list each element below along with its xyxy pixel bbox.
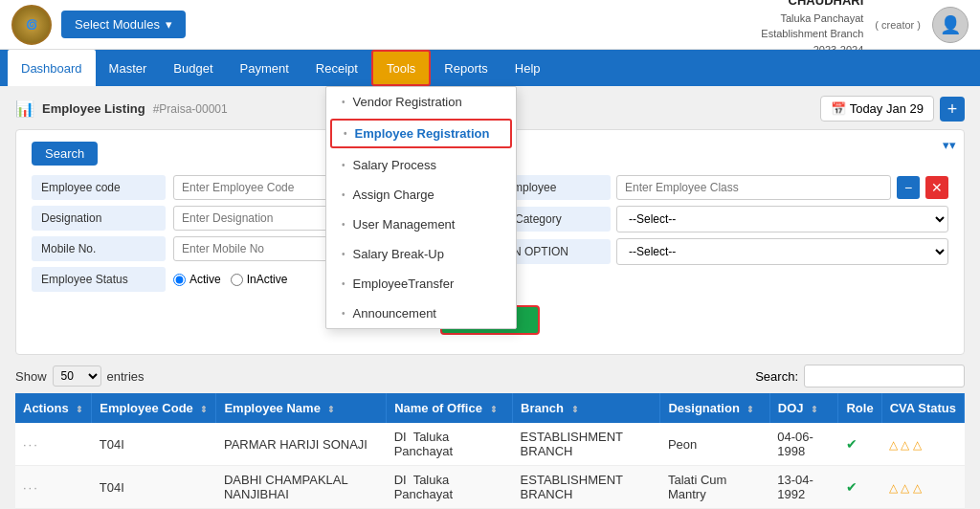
row-branch: ESTABLISHMENT BRANCH	[513, 423, 660, 466]
user-branch: Establishment Branch	[761, 26, 863, 42]
minus-button[interactable]: −	[897, 176, 920, 199]
nav-master[interactable]: Master	[96, 50, 161, 86]
bullet-icon: •	[342, 189, 345, 200]
bullet-icon: •	[342, 97, 345, 107]
active-radio[interactable]	[173, 274, 186, 286]
row-doj: 13-04-1992	[769, 466, 838, 509]
top-header: 🌀 Select Modules ▾ CHAUDHARI Taluka Panc…	[0, 0, 980, 50]
row-cva: △ △ △	[881, 466, 964, 509]
dropdown-announcement[interactable]: • Announcement	[326, 299, 516, 328]
search-label-button[interactable]: Search	[32, 142, 98, 166]
row-branch: ESTABLISHMENT BRANCH	[513, 466, 660, 509]
panel-toggle[interactable]: ▾▾	[943, 138, 956, 152]
calendar-icon: 📅	[831, 101, 846, 116]
col-designation: Designation ⇕	[660, 393, 769, 423]
nav-help[interactable]: Help	[501, 50, 554, 86]
employee-code-label: Employee code	[32, 175, 166, 200]
row-cva: △ △ △	[881, 423, 964, 466]
dropdown-vendor-registration[interactable]: • Vendor Registration	[326, 87, 516, 117]
page-sub-id: #Praisa-00001	[153, 102, 228, 116]
row-emp-name: DABHI CHAMPAKLAL NANJIBHAI	[216, 466, 387, 509]
dropdown-assign-charge[interactable]: • Assign Charge	[326, 180, 516, 210]
table-search-box: Search:	[755, 365, 965, 387]
user-info: CHAUDHARI Taluka Panchayat Establishment…	[761, 0, 863, 57]
col-office: Name of Office ⇕	[387, 393, 513, 423]
col-role: Role	[838, 393, 881, 423]
employee-status-label: Employee Status	[32, 267, 166, 292]
nav-receipt[interactable]: Receipt	[302, 50, 371, 86]
title-actions: 📅 Today Jan 29 +	[820, 96, 965, 122]
nav-tools[interactable]: Tools	[371, 50, 431, 86]
logo: 🌀	[11, 5, 52, 45]
add-button[interactable]: +	[940, 97, 965, 122]
col-branch: Branch ⇕	[513, 393, 660, 423]
select-modules-button[interactable]: Select Modules ▾	[61, 11, 186, 38]
nav-dashboard[interactable]: Dashboard	[8, 50, 96, 86]
designation-label: Designation	[32, 206, 166, 231]
show-entries: Show 50 25 100 entries	[15, 365, 145, 387]
nav-budget[interactable]: Budget	[160, 50, 226, 86]
chevron-down-icon: ▾	[166, 17, 172, 32]
avatar: 👤	[932, 7, 969, 43]
date-button[interactable]: 📅 Today Jan 29	[820, 96, 934, 122]
table-row: ··· T04I DABHI CHAMPAKLAL NANJIBHAI DI T…	[15, 466, 965, 509]
bullet-icon: •	[342, 160, 345, 170]
nav-payment[interactable]: Payment	[227, 50, 302, 86]
dropdown-employee-transfer[interactable]: • EmployeeTransfer	[326, 269, 516, 299]
employee-class-input[interactable]	[616, 175, 891, 200]
table-row: ··· T04I PARMAR HARIJI SONAJI DI Taluka …	[15, 423, 965, 466]
bullet-icon: •	[342, 278, 345, 289]
user-name: CHAUDHARI	[761, 0, 863, 11]
bullet-icon: •	[342, 249, 345, 259]
dropdown-salary-process[interactable]: • Salary Process	[326, 150, 516, 180]
select-modules-label: Select Modules	[75, 17, 160, 32]
nav-bar: Dashboard Master Budget Payment Receipt …	[0, 50, 980, 86]
entries-select[interactable]: 50 25 100	[53, 365, 101, 387]
user-org: Taluka Panchayat	[761, 11, 863, 27]
table-search-input[interactable]	[804, 365, 965, 387]
col-actions: Actions ⇕	[15, 393, 92, 423]
row-emp-code: T04I	[92, 466, 216, 509]
row-actions: ···	[15, 466, 92, 509]
row-doj: 04-06-1998	[769, 423, 838, 466]
dropdown-salary-breakup[interactable]: • Salary Break-Up	[326, 239, 516, 269]
table-header-row: Actions ⇕ Employee Code ⇕ Employee Name …	[15, 393, 965, 423]
col-emp-code: Employee Code ⇕	[92, 393, 216, 423]
close-button[interactable]: ✕	[925, 176, 948, 199]
inactive-radio[interactable]	[231, 274, 243, 286]
date-label: Today Jan 29	[850, 101, 924, 116]
data-table: Actions ⇕ Employee Code ⇕ Employee Name …	[15, 393, 965, 509]
row-role: ✔	[838, 423, 881, 466]
tools-dropdown: • Vendor Registration • Employee Registr…	[325, 86, 517, 329]
row-role: ✔	[838, 466, 881, 509]
mobile-label: Mobile No.	[32, 236, 166, 261]
bullet-icon: •	[342, 308, 345, 319]
chart-icon: 📊	[15, 100, 34, 118]
nav-reports[interactable]: Reports	[431, 50, 501, 86]
creator-badge: ( creator )	[875, 19, 921, 31]
col-cva: CVA Status	[881, 393, 964, 423]
col-emp-name: Employee Name ⇕	[216, 393, 387, 423]
row-office: DI Taluka Panchayat	[387, 466, 513, 509]
dropdown-user-management[interactable]: • User Management	[326, 210, 516, 239]
bullet-icon: •	[342, 219, 345, 230]
header-right: CHAUDHARI Taluka Panchayat Establishment…	[761, 0, 969, 57]
option-select[interactable]: --Select--	[616, 238, 948, 265]
category-select[interactable]: --Select--	[616, 206, 948, 232]
search-right-col: Employee − ✕ e Category --Select-- AN OP…	[496, 175, 948, 298]
dropdown-employee-registration[interactable]: • Employee Registration	[330, 119, 512, 148]
row-designation: Talati Cum Mantry	[660, 466, 769, 509]
page-title: 📊 Employee Listing #Praisa-00001	[15, 100, 228, 118]
row-office: DI Taluka Panchayat	[387, 423, 513, 466]
row-actions: ···	[15, 423, 92, 466]
row-emp-name: PARMAR HARIJI SONAJI	[216, 423, 387, 466]
row-designation: Peon	[660, 423, 769, 466]
col-doj: DOJ ⇕	[769, 393, 838, 423]
table-controls: Show 50 25 100 entries Search:	[15, 365, 965, 387]
row-emp-code: T04I	[92, 423, 216, 466]
header-left: 🌀 Select Modules ▾	[11, 5, 186, 45]
bullet-icon: •	[344, 128, 347, 139]
